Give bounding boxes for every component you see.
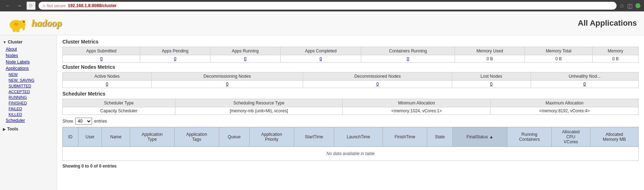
cluster-metrics-row: 0 0 0 0 0 0 B 0 B 0 B [63,55,639,63]
scheduler-metrics-table: Scheduler Type Scheduling Resource Type … [62,99,639,115]
th-id[interactable]: ID [63,127,78,147]
col-apps-completed: Apps Completed [281,47,361,55]
th-allocated-memory-mb[interactable]: AllocatedMemory MB [590,127,638,147]
th-application-priority[interactable]: ApplicationPriority [249,127,294,147]
th-running-containers[interactable]: RunningContainers [507,127,552,147]
th-application-tags[interactable]: ApplicationTags [174,127,219,147]
svg-point-7 [14,22,18,26]
th-user[interactable]: User [78,127,102,147]
val-memory-total: 0 B [525,55,593,63]
sidebar: ▼ Cluster About Nodes Node Labels Applic… [0,35,57,190]
sidebar-running-link[interactable]: RUNNING [0,94,57,100]
val-memory: 0 B [592,55,638,63]
sidebar-tools-section: ▶ Tools [0,125,57,133]
page-title: All Applications [578,19,637,28]
col-apps-running: Apps Running [210,47,281,55]
val-active-nodes: 0 [63,81,152,88]
scheduler-metrics-title: Scheduler Metrics [62,91,639,97]
sidebar-new-saving-link[interactable]: NEW_SAVING [0,77,57,83]
bookmark-icon[interactable]: ☆ [619,2,624,9]
col-memory-used: Memory Used [455,47,525,55]
address-bar[interactable]: ⚠ Not secure 192.168.1.8:8088/cluster [39,2,617,10]
address-host: 192.168.1.8 [68,3,90,8]
val-memory-used: 0 B [455,55,525,63]
sidebar-nodes-link[interactable]: Nodes [0,52,57,59]
th-application-type[interactable]: ApplicationType [130,127,174,147]
val-apps-running: 0 [210,55,281,63]
sidebar-new-link[interactable]: NEW [0,72,57,77]
col-memory-total: Memory Total [525,47,593,55]
lock-icon: ⚠ [42,4,46,8]
svg-point-2 [20,20,25,25]
browser-actions: ☆ ◫ [619,2,640,9]
sidebar-finished-link[interactable]: FINISHED [0,100,57,106]
val-apps-pending: 0 [140,55,210,63]
back-button[interactable]: ← [4,2,12,9]
col-decommissioning-nodes: Decommissioning Nodes [152,72,303,81]
sidebar-cluster-header[interactable]: ▼ Cluster [0,38,57,46]
not-secure-indicator: ⚠ Not secure [42,4,66,8]
col-containers-running: Containers Running [361,47,455,55]
val-maximum-allocation: <memory:8192, vCores:4> [491,107,639,115]
th-start-time[interactable]: StartTime [294,127,334,147]
sidebar-killed-link[interactable]: KILLED [0,112,57,117]
col-maximum-allocation: Maximum Allocation [491,99,639,107]
sidebar-node-labels-link[interactable]: Node Labels [0,59,57,65]
scheduler-metrics-row: Capacity Scheduler [memory-mb (unit=Mi),… [63,107,639,115]
sidebar-cluster-section: ▼ Cluster About Nodes Node Labels Applic… [0,38,57,124]
forward-button[interactable]: → [15,2,24,9]
val-scheduler-type: Capacity Scheduler [63,107,175,115]
col-scheduling-resource-type: Scheduling Resource Type [175,99,343,107]
tools-arrow-icon: ▶ [3,127,6,131]
cluster-metrics-table: Apps Submitted Apps Pending Apps Running… [62,47,639,63]
col-active-nodes: Active Nodes [63,72,152,81]
hadoop-text-logo: hadoop [31,17,62,29]
sidebar-failed-link[interactable]: FAILED [0,106,57,112]
profile-icon[interactable]: ◫ [627,2,633,9]
sidebar-submitted-link[interactable]: SUBMITTED [0,83,57,89]
no-data-message: No data available in table [63,147,639,161]
main-content: ▼ Cluster About Nodes Node Labels Applic… [0,35,644,190]
sidebar-scheduler-link[interactable]: Scheduler [0,117,57,124]
val-decommissioned-nodes: 0 [303,81,452,88]
th-finish-time[interactable]: FinishTime [383,127,427,147]
th-queue[interactable]: Queue [219,127,249,147]
col-apps-submitted: Apps Submitted [63,47,140,55]
col-scheduler-type: Scheduler Type [63,99,175,107]
not-secure-label: Not secure [47,4,66,8]
user-avatar [635,3,640,8]
cluster-nodes-metrics-title: Cluster Nodes Metrics [62,64,639,70]
th-state[interactable]: State [427,127,453,147]
val-unhealthy-nodes: 0 [531,81,638,88]
th-launch-time[interactable]: LaunchTime [334,127,383,147]
sidebar-tools-header[interactable]: ▶ Tools [0,125,57,133]
val-decommissioning-nodes: 0 [152,81,303,88]
col-memory: Memory [592,47,638,55]
app-table-header-row: ID User Name ApplicationType Application… [63,127,639,147]
reload-button[interactable]: ⟳ [26,1,36,10]
browser-chrome: ← → ⟳ ⚠ Not secure 192.168.1.8:8088/clus… [0,0,644,11]
svg-point-3 [12,28,16,32]
svg-point-6 [23,21,25,22]
sidebar-about-link[interactable]: About [0,46,57,52]
col-decommissioned-nodes: Decommissioned Nodes [303,72,452,81]
sidebar-applications-link[interactable]: Applications [0,65,57,72]
sidebar-cluster-label: Cluster [8,40,22,45]
val-scheduling-resource-type: [memory-mb (unit=Mi), vcores] [175,107,343,115]
th-final-status[interactable]: FinalStatus ▲ [453,127,507,147]
sidebar-accepted-link[interactable]: ACCEPTED [0,89,57,94]
th-name[interactable]: Name [102,127,130,147]
address-port: 8088 [92,3,102,8]
showing-text: Showing 0 to 0 of 0 entries [62,164,639,169]
val-apps-completed: 0 [281,55,361,63]
cluster-nodes-row: 0 0 0 0 0 [63,81,639,88]
th-allocated-cpu-vcores[interactable]: AllocatedCPUVCores [552,127,591,147]
app-container: hadoop All Applications ▼ Cluster About … [0,11,644,190]
app-header: hadoop All Applications [0,11,644,35]
val-apps-submitted: 0 [63,55,140,63]
col-apps-pending: Apps Pending [140,47,210,55]
svg-point-5 [22,25,25,30]
entries-select[interactable]: 10 25 40 100 [75,118,92,125]
val-containers-running: 0 [361,55,455,63]
hadoop-elephant-svg [7,14,29,32]
